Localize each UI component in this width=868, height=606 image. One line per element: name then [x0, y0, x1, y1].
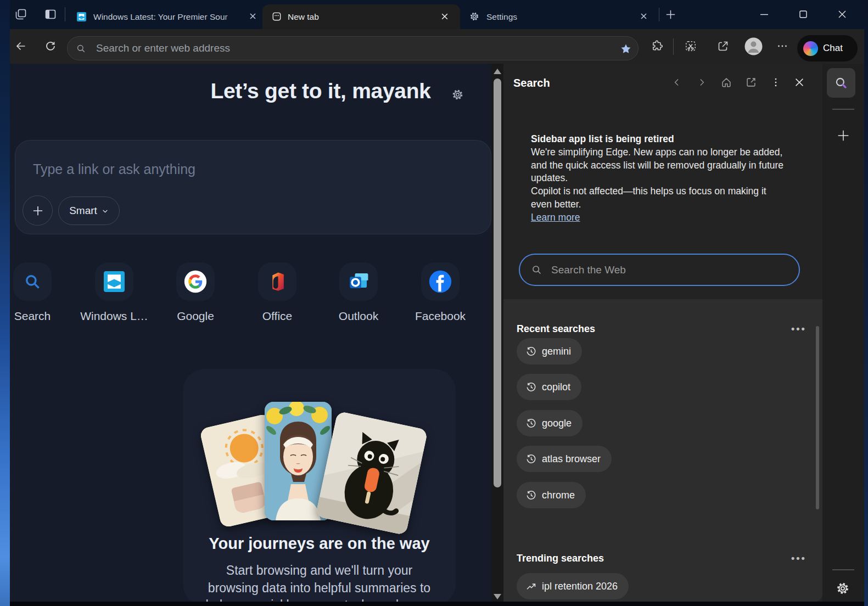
retirement-notice: Sidebar app list is being retired We're …	[531, 133, 797, 225]
recent-search-pill[interactable]: copilot	[517, 374, 581, 400]
history-icon	[525, 346, 537, 357]
browser-window: Windows Latest: Your Premier Sour New ta…	[10, 0, 864, 606]
panel-home-icon[interactable]	[720, 76, 732, 88]
search-icon	[76, 43, 86, 54]
windows-latest-tile-icon	[95, 262, 133, 301]
favorites-star-icon[interactable]	[620, 43, 632, 55]
quick-link-google[interactable]: Google	[160, 262, 231, 323]
copilot-icon	[803, 41, 818, 56]
trending-search-pill[interactable]: ipl retention 2026	[517, 573, 629, 599]
web-search-placeholder: Search the Web	[551, 264, 626, 276]
rail-search-button[interactable]	[827, 68, 855, 98]
search-suggestions-section: Recent searches ••• gemini copilot googl…	[503, 299, 822, 602]
extensions-icon[interactable]	[651, 40, 664, 53]
search-tile-icon	[13, 262, 52, 301]
trending-searches-title: Trending searches	[517, 553, 604, 564]
browser-toolbar: Search or enter web address	[10, 29, 864, 64]
scroll-up-arrow[interactable]	[494, 69, 501, 74]
panel-open-in-new-icon[interactable]	[745, 76, 757, 88]
profile-avatar[interactable]	[744, 37, 763, 55]
scroll-down-arrow[interactable]	[494, 594, 501, 599]
tab-title: Windows Latest: Your Premier Sour	[93, 12, 228, 22]
recent-search-pill[interactable]: google	[517, 410, 583, 436]
close-window-button[interactable]	[836, 8, 849, 21]
quick-link-windows-latest[interactable]: Windows L…	[79, 262, 150, 323]
panel-more-icon[interactable]	[770, 76, 782, 88]
copilot-chat-button[interactable]: Chat	[797, 35, 858, 61]
settings-tab-gear-icon	[469, 11, 480, 22]
new-tab-button[interactable]	[664, 8, 677, 21]
quick-link-outlook[interactable]: Outlook	[323, 262, 394, 323]
search-sidebar-panel: Search Sidebar app list is being retired	[503, 64, 822, 606]
trending-searches-menu-icon[interactable]: •••	[791, 553, 807, 564]
tab-close-icon[interactable]	[440, 12, 449, 21]
tab-title: New tab	[288, 12, 319, 22]
quick-link-facebook[interactable]: Facebook	[405, 262, 476, 323]
tabbar-divider	[65, 7, 65, 21]
tab-title-fade	[223, 4, 245, 29]
screenshot-icon[interactable]	[684, 40, 697, 53]
panel-forward-icon[interactable]	[696, 77, 707, 88]
recent-search-pill[interactable]: atlas browser	[517, 446, 612, 472]
panel-back-icon[interactable]	[671, 77, 682, 88]
google-tile-icon	[176, 262, 215, 301]
tab-settings[interactable]: Settings	[464, 4, 653, 29]
share-icon[interactable]	[716, 40, 730, 53]
maximize-button[interactable]	[797, 8, 810, 21]
smart-mode-dropdown[interactable]: Smart	[58, 197, 120, 225]
tab-title: Settings	[486, 12, 517, 22]
scrollbar-thumb[interactable]	[494, 78, 501, 487]
sidebar-rail	[822, 64, 864, 606]
web-search-input[interactable]: Search the Web	[519, 254, 800, 286]
recent-searches-title: Recent searches	[517, 323, 595, 335]
quick-link-search[interactable]: Search	[10, 262, 68, 323]
rail-add-button[interactable]	[836, 128, 851, 143]
panel-scrollbar-thumb[interactable]	[816, 326, 819, 509]
back-button[interactable]	[14, 40, 27, 53]
recent-searches-menu-icon[interactable]: •••	[791, 323, 807, 335]
page-scrollbar[interactable]	[491, 64, 503, 606]
tab-windows-latest[interactable]: Windows Latest: Your Premier Sour	[69, 4, 259, 29]
quick-link-office[interactable]: Office	[242, 262, 313, 323]
outlook-tile-icon	[339, 262, 378, 301]
journey-image-cat	[315, 411, 428, 536]
chat-label: Chat	[823, 43, 843, 54]
tab-new-tab[interactable]: New tab	[262, 4, 460, 29]
new-tab-favicon	[271, 11, 282, 22]
new-tab-search-box[interactable]: Type a link or ask anything Smart	[15, 140, 491, 234]
recent-search-pill[interactable]: chrome	[517, 482, 586, 508]
rail-divider	[832, 109, 854, 110]
new-tab-page: Let’s get to it, mayank Type a link or a…	[10, 64, 491, 606]
office-tile-icon	[258, 262, 296, 301]
notice-title: Sidebar app list is being retired	[531, 133, 797, 146]
journeys-title: Your journeys are on the way	[183, 535, 456, 553]
refresh-button[interactable]	[44, 40, 57, 53]
facebook-tile-icon	[421, 262, 460, 301]
page-settings-gear-icon[interactable]	[451, 88, 464, 102]
panel-close-icon[interactable]	[793, 76, 805, 88]
tab-close-icon[interactable]	[249, 12, 257, 20]
history-icon	[525, 490, 537, 501]
tab-bar: Windows Latest: Your Premier Sour New ta…	[10, 0, 864, 29]
more-menu-icon[interactable]	[776, 40, 789, 53]
minimize-button[interactable]	[758, 8, 771, 21]
history-icon	[525, 381, 537, 393]
tab-actions-icon[interactable]	[44, 8, 57, 21]
history-icon	[525, 453, 537, 465]
workspaces-icon[interactable]	[14, 8, 27, 21]
recent-search-pill[interactable]: gemini	[517, 338, 582, 364]
chevron-down-icon	[102, 207, 109, 215]
learn-more-link[interactable]: Learn more	[531, 212, 580, 223]
address-bar[interactable]: Search or enter web address	[67, 36, 639, 60]
add-attachment-button[interactable]	[23, 195, 53, 226]
panel-title: Search	[513, 77, 550, 89]
greeting-heading: Let’s get to it, mayank	[101, 79, 491, 103]
tabbar-divider2	[659, 8, 659, 21]
desktop-wallpaper-left	[0, 0, 10, 606]
tab-close-icon[interactable]	[640, 12, 648, 20]
desktop-wallpaper-right	[864, 0, 868, 606]
smart-label: Smart	[69, 205, 97, 217]
rail-settings-gear-icon[interactable]	[835, 581, 850, 596]
search-icon	[834, 76, 848, 90]
history-icon	[525, 418, 537, 429]
